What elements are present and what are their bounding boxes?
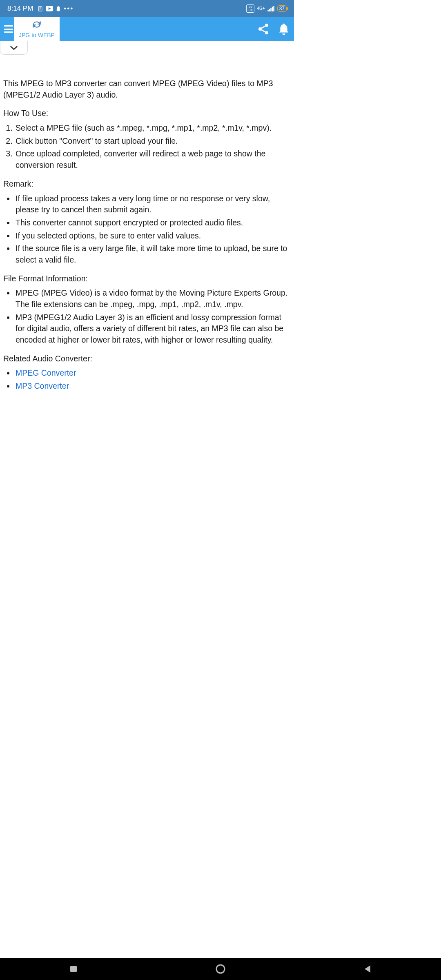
remark-heading: Remark: xyxy=(3,178,291,190)
hamburger-icon xyxy=(4,25,13,33)
more-icon: ••• xyxy=(64,4,74,13)
svg-line-14 xyxy=(261,30,265,32)
battery-level: 37 xyxy=(279,6,285,11)
list-item: Select a MPEG file (such as *.mpeg, *.mp… xyxy=(15,122,291,134)
tab-label: JPG to WEBP xyxy=(19,32,55,38)
app-bar: JPG to WEBP xyxy=(0,17,294,41)
list-item: Click button "Convert" to start upload y… xyxy=(15,136,291,147)
volte-icon: Vo LTE xyxy=(246,4,254,13)
svg-point-12 xyxy=(265,31,268,34)
notifications-button[interactable] xyxy=(274,22,294,36)
status-right: Vo LTE 4G+ 37 xyxy=(246,4,287,13)
share-button[interactable] xyxy=(253,22,274,36)
format-heading: File Format Information: xyxy=(3,273,291,285)
menu-button[interactable] xyxy=(0,25,14,33)
share-icon xyxy=(257,22,270,36)
list-item: MP3 (MPEG1/2 Audio Layer 3) is an effici… xyxy=(15,312,291,346)
svg-rect-5 xyxy=(267,10,269,12)
svg-point-11 xyxy=(258,27,262,31)
svg-line-13 xyxy=(261,26,265,28)
list-item: This converter cannot support encrypted … xyxy=(15,217,291,229)
bell-icon xyxy=(278,22,290,36)
related-list: MPEG Converter MP3 Converter xyxy=(3,368,291,392)
related-link[interactable]: MPEG Converter xyxy=(16,368,76,377)
svg-rect-8 xyxy=(272,7,273,11)
chevron-down-icon xyxy=(9,45,18,51)
list-item: MPEG (MPEG Video) is a video format by t… xyxy=(15,287,291,310)
network-type: 4G+ xyxy=(257,7,265,11)
main-content[interactable]: This MPEG to MP3 converter can convert M… xyxy=(0,55,294,645)
status-bar: 8:14 PM ••• Vo LTE 4G+ 37 xyxy=(0,0,294,17)
expand-dropdown[interactable] xyxy=(0,41,28,55)
battery-icon: 37 xyxy=(277,5,287,12)
svg-rect-7 xyxy=(270,8,272,11)
remark-list: If file upload process takes a very long… xyxy=(3,193,291,266)
format-list: MPEG (MPEG Video) is a video format by t… xyxy=(3,287,291,345)
howto-heading: How To Use: xyxy=(3,108,291,119)
list-item: Once upload completed, converter will re… xyxy=(15,148,291,171)
list-item: MP3 Converter xyxy=(15,381,291,392)
intro-text: This MPEG to MP3 converter can convert M… xyxy=(3,78,291,100)
list-item: If the source file is a very large file,… xyxy=(15,243,291,265)
related-heading: Related Audio Converter: xyxy=(3,353,291,365)
youtube-icon xyxy=(46,6,53,11)
list-item: MPEG Converter xyxy=(15,368,291,379)
list-item: If you selected options, be sure to ente… xyxy=(15,230,291,242)
howto-list: Select a MPEG file (such as *.mpeg, *.mp… xyxy=(3,122,291,171)
status-left: 8:14 PM ••• xyxy=(7,4,74,13)
related-link[interactable]: MP3 Converter xyxy=(16,381,69,390)
svg-rect-6 xyxy=(269,9,270,11)
active-tab[interactable]: JPG to WEBP xyxy=(14,17,60,41)
status-time: 8:14 PM xyxy=(7,4,33,13)
svg-rect-9 xyxy=(273,6,274,11)
svg-point-10 xyxy=(265,24,268,27)
list-item: If file upload process takes a very long… xyxy=(15,193,291,216)
document-icon xyxy=(37,6,43,12)
ghost-icon xyxy=(56,6,61,12)
signal-icon xyxy=(267,6,275,11)
refresh-icon xyxy=(31,20,42,31)
